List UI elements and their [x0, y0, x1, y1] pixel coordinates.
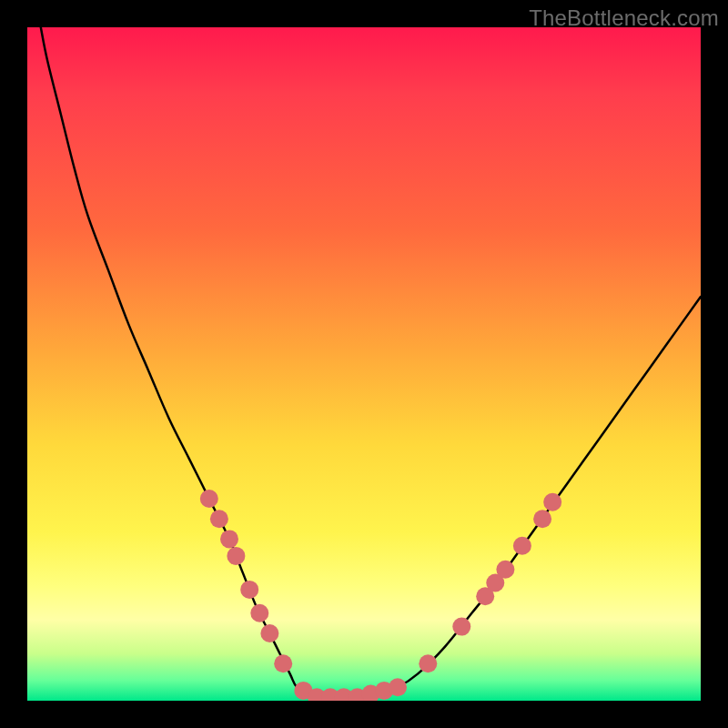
data-point-marker	[220, 530, 238, 548]
data-point-marker	[240, 581, 258, 599]
data-point-marker	[419, 654, 437, 672]
data-point-marker	[533, 510, 551, 528]
data-point-marker	[496, 561, 514, 579]
data-point-marker	[389, 678, 407, 696]
data-point-marker	[452, 618, 470, 636]
data-point-marker	[543, 493, 561, 511]
data-point-marker	[513, 537, 531, 555]
attribution-watermark: TheBottleneck.com	[529, 5, 719, 31]
data-point-marker	[227, 547, 245, 565]
bottleneck-curve	[41, 27, 701, 698]
data-point-marker	[274, 654, 292, 672]
plot-area	[27, 27, 701, 701]
data-point-marker	[200, 490, 218, 508]
data-point-marker	[260, 624, 278, 642]
chart-frame: TheBottleneck.com	[0, 0, 728, 728]
chart-overlay	[27, 27, 701, 701]
data-point-marker	[210, 510, 228, 528]
data-point-marker	[250, 604, 268, 622]
